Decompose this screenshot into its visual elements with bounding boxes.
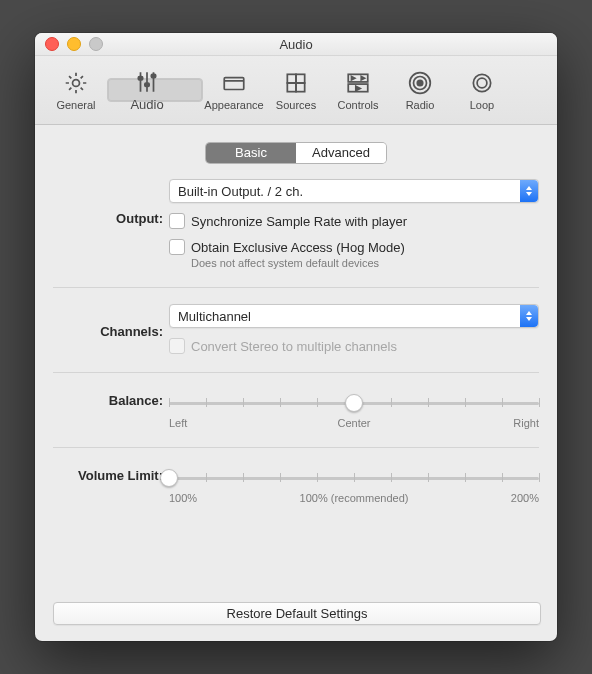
segmented-control-wrap: Basic Advanced: [53, 125, 539, 179]
checkbox-label: Obtain Exclusive Access (Hog Mode): [191, 240, 405, 255]
window-title: Audio: [35, 37, 557, 52]
volume-max-label: 200%: [511, 492, 539, 504]
checkbox-icon: [169, 239, 185, 255]
balance-slider-wrap: Left Center Right: [169, 389, 539, 429]
sliders-icon: [133, 69, 161, 95]
svg-rect-3: [151, 74, 155, 77]
checkbox-label: Synchronize Sample Rate with player: [191, 214, 407, 229]
balance-center-label: Center: [337, 417, 370, 429]
toolbar: General Audio Appearance Sources Control…: [35, 56, 557, 125]
svg-point-11: [417, 80, 422, 85]
form: Output: Built-in Output. / 2 ch. Synchro…: [53, 179, 539, 528]
slider-thumb[interactable]: [345, 394, 363, 412]
output-stack: Built-in Output. / 2 ch. Synchronize Sam…: [169, 179, 539, 269]
tab-label: Controls: [338, 99, 379, 111]
separator: [53, 287, 539, 288]
balance-labels: Left Center Right: [169, 417, 539, 429]
svg-rect-4: [224, 78, 244, 90]
separator: [53, 447, 539, 448]
segmented-control: Basic Advanced: [206, 143, 386, 163]
titlebar: Audio: [35, 33, 557, 56]
balance-left-label: Left: [169, 417, 187, 429]
chevrons-icon: [520, 305, 538, 327]
chevrons-icon: [520, 180, 538, 202]
restore-label: Restore Default Settings: [227, 606, 368, 621]
volume-rec-label: 100% (recommended): [300, 492, 409, 504]
slider-thumb[interactable]: [160, 469, 178, 487]
convert-stereo-checkbox: Convert Stereo to multiple channels: [169, 338, 539, 354]
volume-limit-slider-wrap: 100% 100% (recommended) 200%: [169, 464, 539, 504]
sync-sample-rate-checkbox[interactable]: Synchronize Sample Rate with player: [169, 213, 539, 229]
volume-limit-slider[interactable]: [169, 468, 539, 488]
maximize-icon: [89, 37, 103, 51]
output-device-select[interactable]: Built-in Output. / 2 ch.: [169, 179, 539, 203]
tab-label: Appearance: [204, 99, 263, 111]
content-area: Basic Advanced Output: Built-in Output. …: [35, 125, 557, 602]
output-device-value: Built-in Output. / 2 ch.: [178, 184, 303, 199]
balance-right-label: Right: [513, 417, 539, 429]
restore-defaults-button[interactable]: Restore Default Settings: [53, 602, 541, 625]
tab-audio[interactable]: Audio: [107, 78, 203, 102]
loop-icon: [468, 69, 496, 97]
tab-label: Sources: [276, 99, 316, 111]
radio-icon: [406, 69, 434, 97]
volume-min-label: 100%: [169, 492, 197, 504]
tab-label: Radio: [406, 99, 435, 111]
appearance-icon: [220, 69, 248, 97]
tab-label: Loop: [470, 99, 494, 111]
svg-rect-7: [287, 83, 296, 92]
balance-slider[interactable]: [169, 393, 539, 413]
tab-loop[interactable]: Loop: [451, 61, 513, 119]
close-icon[interactable]: [45, 37, 59, 51]
checkbox-icon: [169, 213, 185, 229]
segment-basic[interactable]: Basic: [206, 143, 296, 163]
svg-rect-2: [145, 83, 149, 86]
volume-limit-label: Volume Limit:: [53, 464, 163, 504]
svg-rect-6: [296, 74, 305, 83]
slider-track: [169, 477, 539, 480]
separator: [53, 372, 539, 373]
footer: Restore Default Settings: [35, 602, 557, 641]
tab-label: Audio: [130, 97, 163, 112]
segment-advanced[interactable]: Advanced: [296, 143, 386, 163]
output-label: Output:: [53, 179, 163, 269]
svg-rect-8: [296, 83, 305, 92]
puzzle-icon: [282, 69, 310, 97]
gear-icon: [62, 69, 90, 97]
volume-limit-labels: 100% 100% (recommended) 200%: [169, 492, 539, 504]
channels-mode-value: Multichannel: [178, 309, 251, 324]
hog-mode-checkbox[interactable]: Obtain Exclusive Access (Hog Mode): [169, 239, 539, 255]
tab-sources[interactable]: Sources: [265, 61, 327, 119]
balance-label: Balance:: [53, 389, 163, 429]
tab-label: General: [56, 99, 95, 111]
svg-rect-1: [138, 76, 142, 79]
checkbox-label: Convert Stereo to multiple channels: [191, 339, 397, 354]
preferences-window: Audio General Audio Appearance Sources: [35, 33, 557, 641]
traffic-lights: [35, 37, 103, 51]
tab-general[interactable]: General: [45, 61, 107, 119]
svg-point-15: [477, 78, 487, 88]
minimize-icon[interactable]: [67, 37, 81, 51]
checkbox-icon: [169, 338, 185, 354]
channels-stack: Multichannel Convert Stereo to multiple …: [169, 304, 539, 354]
svg-point-14: [473, 74, 490, 91]
svg-point-0: [73, 80, 80, 87]
svg-rect-5: [287, 74, 296, 83]
hog-mode-hint: Does not affect system default devices: [191, 257, 539, 269]
channels-mode-select[interactable]: Multichannel: [169, 304, 539, 328]
tab-controls[interactable]: Controls: [327, 61, 389, 119]
playback-icon: [344, 69, 372, 97]
channels-label: Channels:: [53, 304, 163, 354]
tab-appearance[interactable]: Appearance: [203, 61, 265, 119]
tab-radio[interactable]: Radio: [389, 61, 451, 119]
